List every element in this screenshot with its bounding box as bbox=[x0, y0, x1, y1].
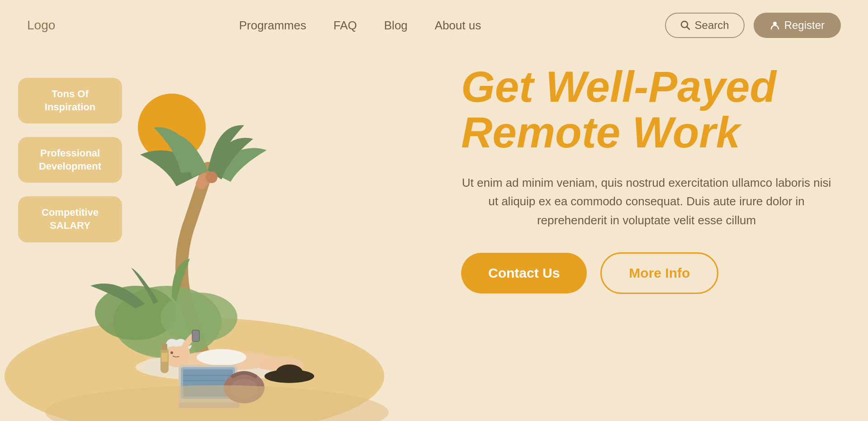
logo: Logo bbox=[27, 18, 55, 33]
tag-inspiration[interactable]: Tons OfInspiration bbox=[18, 78, 122, 123]
main-content: Tons OfInspiration ProfessionalDevelopme… bbox=[0, 51, 868, 421]
search-icon bbox=[680, 20, 690, 30]
svg-point-14 bbox=[197, 349, 246, 365]
svg-rect-25 bbox=[162, 344, 167, 350]
svg-rect-17 bbox=[192, 330, 199, 341]
nav-blog[interactable]: Blog bbox=[384, 19, 408, 33]
more-info-button[interactable]: More Info bbox=[600, 252, 718, 294]
svg-point-6 bbox=[206, 171, 217, 183]
svg-rect-26 bbox=[161, 353, 168, 362]
svg-point-7 bbox=[196, 179, 207, 189]
nav-faq[interactable]: FAQ bbox=[334, 19, 357, 33]
header-actions: Search Register bbox=[665, 13, 841, 38]
tag-salary[interactable]: CompetitiveSALARY bbox=[18, 196, 122, 242]
svg-point-30 bbox=[276, 364, 303, 381]
user-icon bbox=[770, 20, 780, 30]
search-button[interactable]: Search bbox=[665, 13, 745, 38]
tag-development[interactable]: ProfessionalDevelopment bbox=[18, 137, 122, 183]
right-content: Get Well-Payed Remote Work Ut enim ad mi… bbox=[461, 64, 832, 294]
hero-title: Get Well-Payed Remote Work bbox=[461, 64, 832, 156]
main-nav: Programmes FAQ Blog About us bbox=[239, 19, 481, 33]
contact-us-button[interactable]: Contact Us bbox=[461, 253, 587, 293]
register-button[interactable]: Register bbox=[754, 13, 841, 38]
nav-about[interactable]: About us bbox=[435, 19, 481, 33]
cta-buttons: Contact Us More Info bbox=[461, 252, 832, 294]
svg-point-16 bbox=[170, 351, 173, 354]
hero-description: Ut enim ad minim veniam, quis nostrud ex… bbox=[461, 174, 832, 230]
nav-programmes[interactable]: Programmes bbox=[239, 19, 307, 33]
sidebar-tags: Tons OfInspiration ProfessionalDevelopme… bbox=[18, 78, 122, 242]
svg-line-1 bbox=[687, 27, 689, 30]
